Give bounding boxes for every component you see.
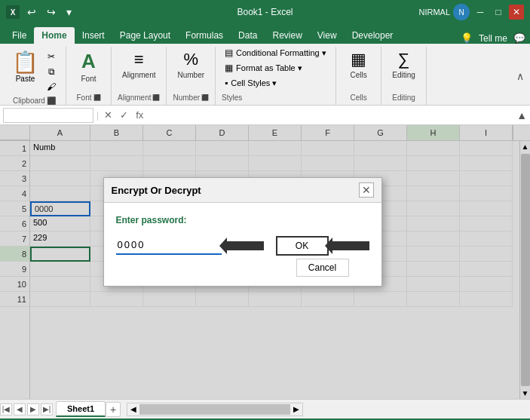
formula-bar-expand-button[interactable]: ▲ [516,109,527,121]
number-icon: % [183,50,198,69]
cancel-button[interactable]: Cancel [296,259,349,277]
share-icon: 💬 [513,32,525,44]
name-box[interactable] [3,108,93,123]
format-as-table-button[interactable]: ▦ Format as Table ▾ [222,62,305,74]
redo-button[interactable]: ↪ [44,5,59,20]
username-label: NIRMAL [418,8,450,17]
cells-button[interactable]: ▦ Cells [344,47,374,83]
number-button[interactable]: % Number [173,47,209,83]
ribbon-collapse-button[interactable]: ∧ [516,70,524,82]
font-button[interactable]: A Font [74,47,104,87]
cell-styles-label: Cell Styles ▾ [231,78,277,88]
arrow-to-ok [332,241,369,250]
cell-styles-icon: ▪ [225,78,228,88]
ribbon-group-number: % Number Number ⬛ [167,47,216,105]
alignment-group-label: Alignment [118,94,151,102]
confirm-formula-button[interactable]: ✓ [118,108,130,122]
number-label: Number [177,71,204,80]
password-input[interactable] [116,236,222,255]
formula-bar: | ✕ ✓ fx ▲ [0,106,530,125]
close-button[interactable]: ✕ [509,5,524,20]
dialog-title-bar: Encrypt Or Decrypt ✕ [104,178,381,203]
paste-button[interactable]: 📋 Paste [9,47,41,94]
font-expand-icon[interactable]: ⬛ [93,94,101,101]
number-group-label: Number [173,94,200,102]
minimize-button[interactable]: ─ [473,5,488,20]
ribbon-group-styles: ▤ Conditional Formatting ▾ ▦ Format as T… [216,47,336,105]
ribbon-group-alignment: ≡ Alignment Alignment ⬛ [112,47,167,105]
scroll-right-button[interactable]: ▶ [290,403,302,415]
font-icon: A [81,50,96,73]
sheet-nav-prev[interactable]: ◀ [14,403,26,415]
title-bar-right: NIRMAL N ─ □ ✕ [418,4,524,20]
main-area: A B C D E F G H I 1 2 3 4 5 6 7 8 9 10 1… [0,125,530,399]
dialog-close-button[interactable]: ✕ [359,182,374,198]
format-as-table-label: Format as Table ▾ [236,63,302,73]
ok-button[interactable]: OK [276,236,329,256]
copy-button[interactable]: ⧉ [43,65,60,78]
maximize-button[interactable]: □ [491,5,506,20]
dialog-overlay: Encrypt Or Decrypt ✕ Enter password: [0,125,530,399]
editing-icon: ∑ [398,50,410,69]
scroll-left-button[interactable]: ◀ [127,403,139,415]
ribbon-tab-bar: File Home Insert Page Layout Formulas Da… [0,24,530,44]
insert-function-button[interactable]: fx [133,108,146,122]
conditional-formatting-button[interactable]: ▤ Conditional Formatting ▾ [222,47,329,59]
alignment-label: Alignment [122,71,155,80]
ribbon-group-clipboard: 📋 Paste ✂ ⧉ 🖌 Clipboard ⬛ [3,47,66,105]
number-expand-icon[interactable]: ⬛ [201,94,209,101]
cell-styles-button[interactable]: ▪ Cell Styles ▾ [222,77,280,89]
sheet-nav-last[interactable]: ▶| [41,403,53,415]
tab-review[interactable]: Review [265,27,309,44]
sheet-nav-first[interactable]: |◀ [0,403,12,415]
window-title: Book1 - Excel [237,7,293,17]
editing-label: Editing [392,71,415,80]
tab-formulas[interactable]: Formulas [178,27,231,44]
add-sheet-button[interactable]: + [106,402,121,417]
alignment-button[interactable]: ≡ Alignment [118,47,160,83]
tab-view[interactable]: View [310,27,345,44]
paste-icon: 📋 [12,50,38,75]
tab-developer[interactable]: Developer [345,27,401,44]
alignment-expand-icon[interactable]: ⬛ [152,94,160,101]
alignment-icon: ≡ [134,50,144,69]
editing-button[interactable]: ∑ Editing [388,47,420,83]
sheet-tabs-area: |◀ ◀ ▶ ▶| Sheet1 + ◀ ▶ [0,399,530,418]
font-label: Font [81,75,96,84]
tab-file[interactable]: File [5,27,34,44]
excel-icon: X [6,5,20,19]
conditional-formatting-icon: ▤ [225,48,233,58]
format-painter-button[interactable]: 🖌 [43,80,60,94]
dialog-label: Enter password: [116,215,369,225]
styles-group-label: Styles [222,94,242,102]
tab-home[interactable]: Home [34,27,74,44]
arrow-head-ok [325,238,332,254]
tell-me-label[interactable]: Tell me [479,33,507,44]
tab-insert[interactable]: Insert [75,27,112,44]
sheet-tab-sheet1[interactable]: Sheet1 [56,401,106,417]
formula-input[interactable] [149,109,510,122]
undo-button[interactable]: ↩ [24,5,39,20]
clipboard-expand-icon[interactable]: ⬛ [47,97,56,105]
lightbulb-icon: 💡 [461,32,473,44]
arrow-to-input [226,241,264,250]
arrow-head-left [219,238,227,254]
cells-label: Cells [350,71,366,80]
h-scroll-thumb[interactable] [139,404,290,415]
clipboard-label: Clipboard [13,97,45,105]
tab-page-layout[interactable]: Page Layout [112,27,178,44]
sheet-nav-next[interactable]: ▶ [27,403,39,415]
title-bar-left: X ↩ ↪ ▾ [6,5,75,20]
ribbon-group-editing: ∑ Editing Editing [381,47,427,105]
encrypt-decrypt-dialog: Encrypt Or Decrypt ✕ Enter password: [103,177,382,287]
editing-group-label: Editing [392,94,415,102]
dialog-body: Enter password: [104,203,381,286]
tab-data[interactable]: Data [231,27,265,44]
user-avatar[interactable]: N [453,4,470,20]
title-bar: X ↩ ↪ ▾ Book1 - Excel NIRMAL N ─ □ ✕ [0,0,530,24]
cells-icon: ▦ [351,50,366,69]
cut-button[interactable]: ✂ [43,50,60,63]
cancel-formula-button[interactable]: ✕ [102,108,115,122]
customize-qat-button[interactable]: ▾ [63,5,75,20]
font-group-label: Font [76,94,91,102]
